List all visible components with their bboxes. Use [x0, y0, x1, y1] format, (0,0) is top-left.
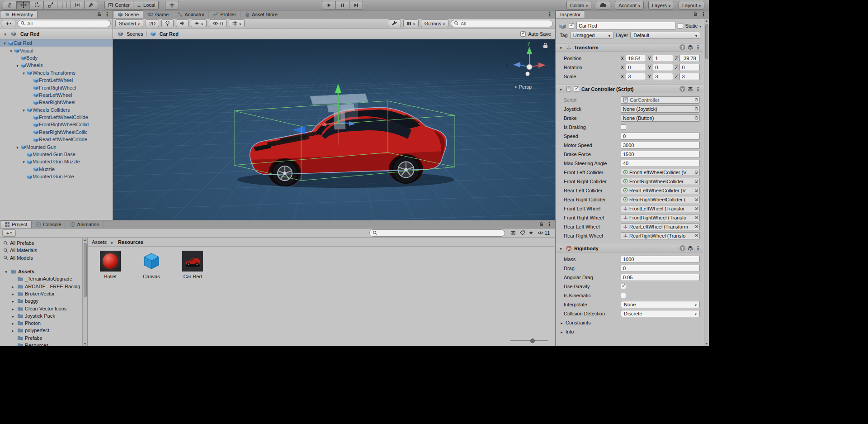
hierarchy-item[interactable]: FrontLeftWheel — [0, 76, 113, 84]
object-picker-icon[interactable] — [694, 224, 698, 230]
object-name-field[interactable]: Car Red — [576, 22, 675, 30]
kebab-menu-icon[interactable] — [547, 221, 552, 228]
object-picker-icon[interactable] — [694, 187, 698, 194]
tab-profiler[interactable]: Profiler — [209, 10, 241, 18]
foldout-closed-icon[interactable] — [10, 328, 16, 333]
text-field[interactable]: 0.05 — [621, 274, 700, 281]
object-picker-icon[interactable] — [694, 196, 698, 203]
hierarchy-item[interactable]: Mounted Gun Pole — [0, 173, 113, 180]
object-field[interactable]: FrontLeftWheelCollider (V — [621, 169, 700, 176]
hierarchy-item[interactable]: Wheels Colliders — [0, 106, 113, 114]
folder-item[interactable]: Resources — [0, 342, 82, 346]
search-by-label-icon[interactable] — [520, 230, 525, 235]
component-header[interactable]: Transform — [556, 43, 703, 52]
slider-knob[interactable] — [530, 338, 535, 343]
lock-icon[interactable] — [97, 12, 101, 17]
axis-y-field[interactable]: 3 — [653, 73, 673, 80]
foldout-closed-icon[interactable] — [10, 284, 16, 289]
hierarchy-item[interactable]: FrontRightWheel — [0, 84, 113, 91]
account-dropdown[interactable]: Account — [615, 1, 644, 10]
shading-mode-dropdown[interactable]: Shaded — [115, 19, 143, 27]
object-picker-icon[interactable] — [694, 205, 698, 212]
hierarchy-item[interactable]: Mounted Gun Muzzle — [0, 158, 113, 165]
cloud-button[interactable] — [596, 1, 610, 10]
object-picker-icon[interactable] — [694, 178, 698, 185]
folder-item[interactable]: BrokenVector — [0, 290, 82, 297]
object-picker-icon[interactable] — [694, 169, 698, 176]
hidden-packages-toggle[interactable]: 11 — [538, 230, 550, 236]
foldout-open-icon[interactable] — [14, 144, 20, 150]
tab-console[interactable]: Console — [32, 220, 66, 228]
gizmos-dropdown[interactable]: Gizmos — [421, 19, 448, 27]
breadcrumb-current-scene[interactable]: Car Red — [150, 31, 179, 37]
project-search-input[interactable] — [369, 229, 505, 237]
scene-visibility-toggle[interactable]: 0 — [209, 19, 226, 27]
axis-z-field[interactable]: -39.78 — [679, 55, 700, 62]
play-button[interactable] — [322, 1, 336, 10]
transform-tool-button[interactable] — [71, 1, 85, 10]
rect-tool-button[interactable] — [57, 1, 71, 10]
dropdown-field[interactable]: None — [621, 301, 700, 308]
active-checkbox[interactable] — [569, 23, 574, 29]
favorite-search-item[interactable]: All Models — [0, 254, 82, 262]
kebab-menu-icon[interactable] — [695, 245, 701, 252]
hierarchy-item[interactable]: RearLeftWheel — [0, 91, 113, 99]
foldout-open-icon[interactable] — [8, 48, 14, 53]
layer-dropdown[interactable]: Default — [630, 32, 700, 39]
scene-header[interactable]: Car Red — [0, 29, 113, 39]
auto-save-toggle[interactable]: Auto Save — [520, 31, 551, 37]
component-enabled-checkbox[interactable] — [574, 86, 579, 92]
static-dropdown[interactable]: Static — [678, 23, 701, 29]
asset-item[interactable]: Car Red — [178, 251, 207, 279]
component-header[interactable]: Car Controller (Script) — [556, 85, 703, 93]
grid-visibility-dropdown[interactable] — [229, 19, 245, 27]
foldout-open-icon[interactable] — [2, 31, 8, 37]
foldout-open-icon[interactable] — [558, 246, 564, 251]
pivot-toggle-button[interactable]: Center — [104, 1, 133, 10]
dropdown-field[interactable]: Discrete — [621, 310, 700, 317]
breadcrumb-scenes[interactable]: Scenes — [117, 31, 143, 37]
object-field[interactable]: FrontRightWheelCollider — [621, 178, 700, 185]
object-field[interactable]: RearLeftWheel (Transform — [621, 223, 700, 230]
hierarchy-item[interactable]: RearLeftWheelCollide — [0, 136, 113, 143]
folder-item[interactable]: buggy — [0, 297, 82, 305]
hierarchy-search-input[interactable]: All — [17, 20, 111, 27]
effects-dropdown[interactable] — [191, 19, 207, 27]
text-field[interactable]: 40 — [621, 160, 700, 167]
lock-icon[interactable] — [539, 222, 543, 227]
persp-label[interactable]: < Persp — [514, 84, 532, 90]
scene-search-input[interactable]: All — [451, 20, 553, 27]
scene-viewport[interactable]: y z < Persp — [113, 39, 555, 220]
project-left-scrollbar[interactable]: ▲▼ — [82, 238, 87, 346]
hierarchy-item[interactable]: Car Red — [0, 39, 113, 47]
create-asset-button[interactable] — [2, 229, 16, 237]
editor-tools-button[interactable] — [388, 19, 401, 27]
hierarchy-item[interactable]: Wheels — [0, 62, 113, 69]
thumbnail-zoom-slider[interactable] — [510, 338, 548, 343]
tab-animation[interactable]: Animation — [66, 220, 104, 228]
object-field[interactable]: None (Joystick) — [621, 105, 700, 113]
tab-animator[interactable]: Animator — [173, 10, 209, 18]
hierarchy-item[interactable]: Mounted Gun Base — [0, 151, 113, 158]
breadcrumb-current-folder[interactable]: Resources — [118, 239, 143, 245]
folder-item[interactable]: _TerrainAutoUpgrade — [0, 275, 82, 282]
layers-dropdown[interactable]: Layers — [648, 1, 674, 10]
hierarchy-item[interactable]: RearRightWheelCollic — [0, 129, 113, 136]
folder-item[interactable]: Photon — [0, 319, 82, 327]
object-picker-icon[interactable] — [694, 115, 698, 121]
asset-item[interactable]: Bullet — [96, 251, 125, 279]
axis-x-field[interactable]: 0 — [626, 64, 646, 71]
audio-toggle[interactable] — [176, 19, 189, 27]
hand-tool-button[interactable] — [3, 1, 17, 10]
foldout-open-icon[interactable] — [14, 62, 20, 68]
foldout-open-icon[interactable] — [21, 70, 27, 76]
text-field[interactable]: 3000 — [621, 142, 700, 149]
foldout-open-icon[interactable] — [3, 269, 9, 274]
tab-game[interactable]: Game — [143, 10, 173, 18]
axis-x-field[interactable]: 19.54 — [626, 55, 646, 62]
lighting-toggle[interactable] — [161, 19, 174, 27]
object-picker-icon[interactable] — [694, 97, 698, 103]
component-header[interactable]: Rigidbody — [556, 244, 703, 252]
object-picker-icon[interactable] — [694, 106, 698, 112]
object-field[interactable]: FrontLeftWheel (Transfor — [621, 205, 700, 212]
